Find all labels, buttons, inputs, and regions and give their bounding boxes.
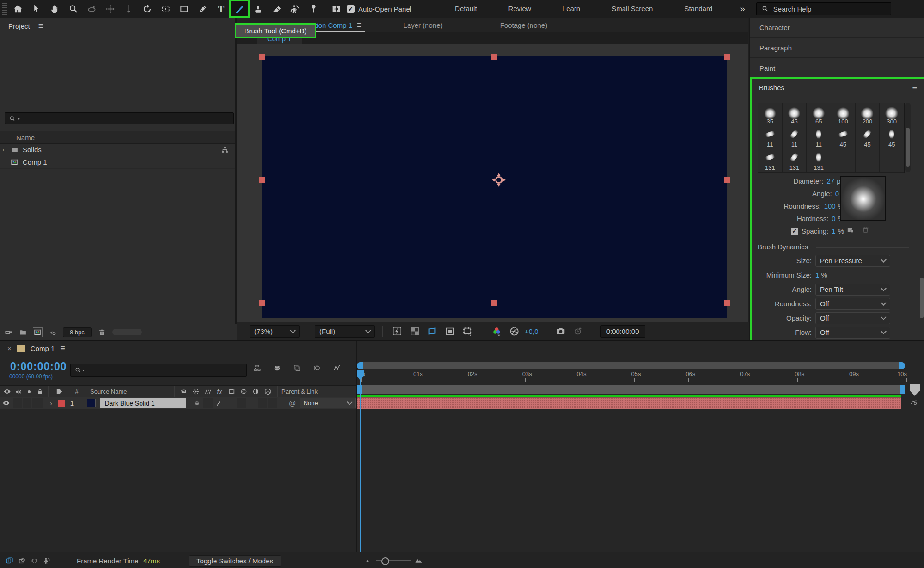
shape-tool[interactable] [175, 1, 193, 17]
composition-tab-menu-icon[interactable]: ≡ [357, 20, 362, 30]
panel-layout-icon[interactable] [329, 3, 343, 15]
layer-label-swatch[interactable] [58, 400, 65, 407]
project-columns-header[interactable]: Name [0, 131, 235, 144]
property-value[interactable]: 27 [826, 177, 834, 185]
camera-tool[interactable] [156, 1, 175, 17]
new-composition-icon[interactable] [33, 328, 42, 337]
anchor-point-icon[interactable] [491, 172, 507, 188]
layer-lock-toggle[interactable] [32, 398, 42, 408]
expand-render-time-icon[interactable] [43, 557, 51, 565]
auto-open-checkbox[interactable]: ✓ [347, 5, 355, 13]
handle-mid-right[interactable] [724, 177, 730, 183]
effects-column-icon[interactable]: fx [214, 386, 226, 397]
work-area-bar[interactable] [357, 385, 905, 394]
motion-blur-icon[interactable] [313, 364, 321, 372]
viewer-timecode[interactable]: 0:00:00:00 [600, 325, 645, 338]
handle-bottom-center[interactable] [491, 300, 497, 306]
workspace-overflow-button[interactable]: » [740, 4, 744, 14]
panel-header-character[interactable]: Character [750, 18, 924, 38]
brush-preset-100[interactable]: 100 [831, 103, 856, 126]
interpret-footage-icon[interactable] [5, 328, 12, 336]
brush-preset-45[interactable]: 45 [856, 126, 880, 149]
dolly-camera-tool[interactable] [119, 1, 138, 17]
brush-preset-11[interactable]: 11 [807, 126, 831, 149]
work-area-start-handle[interactable] [357, 385, 362, 394]
trash-icon[interactable] [98, 328, 106, 336]
comp-marker-bin[interactable] [910, 384, 920, 396]
brush-preset-45[interactable]: 45 [783, 103, 807, 126]
shy-layers-icon[interactable] [273, 364, 281, 372]
layer-fx-toggle[interactable] [237, 398, 246, 408]
brushes-menu-icon[interactable]: ≡ [912, 83, 917, 93]
transparency-grid-icon[interactable] [408, 325, 422, 337]
bit-depth-button[interactable]: 8 bpc [63, 327, 92, 337]
dynamics-dropdown[interactable]: Off [815, 327, 890, 339]
expand-transfer-controls-icon[interactable] [18, 557, 26, 565]
mini-flowchart-icon[interactable] [253, 364, 261, 372]
layer-row[interactable]: › 1 Dark Blue Solid 1 @ None [0, 397, 356, 409]
property-value[interactable]: 100 [824, 202, 836, 210]
layer-graph-icon[interactable] [910, 398, 918, 406]
timeline-zoom-slider[interactable] [376, 560, 411, 561]
handle-top-right[interactable] [724, 54, 730, 60]
timeline-zoom-knob[interactable] [381, 557, 389, 565]
workspace-review[interactable]: Review [493, 0, 547, 18]
search-help-input[interactable]: Search Help [756, 2, 891, 15]
rotation-tool[interactable] [138, 1, 156, 17]
brush-preset-131[interactable]: 131 [807, 149, 831, 173]
motion-blur-column-icon[interactable] [238, 386, 250, 397]
handle-top-center[interactable] [491, 54, 497, 60]
dynamics-value[interactable]: 1 % [815, 271, 827, 279]
quality-icon[interactable] [202, 386, 214, 397]
brush-preset-131[interactable]: 131 [783, 149, 807, 173]
toolbar-grip[interactable] [1, 2, 8, 16]
brush-preset-11[interactable]: 11 [783, 126, 807, 149]
work-area-end-handle[interactable] [900, 385, 905, 394]
layer-collapse-toggle[interactable] [203, 398, 212, 408]
brush-preset-35[interactable]: 35 [758, 103, 783, 126]
source-name-column-header[interactable]: Source Name [90, 388, 171, 395]
layer-duration-bar[interactable] [357, 397, 901, 409]
new-brush-icon[interactable] [846, 226, 854, 234]
masks-toggle-icon[interactable] [443, 325, 457, 337]
handle-mid-left[interactable] [259, 177, 265, 183]
navigator-right-handle[interactable] [899, 362, 905, 369]
timeline-menu-icon[interactable]: ≡ [60, 344, 65, 353]
pan-camera-tool[interactable] [101, 1, 119, 17]
timeline-search-input[interactable] [70, 364, 247, 377]
region-of-interest-icon[interactable] [425, 325, 439, 337]
roto-brush-tool[interactable] [286, 1, 304, 17]
layer-shy-toggle[interactable] [191, 397, 203, 409]
frame-blending-icon[interactable] [293, 364, 301, 372]
layer-name[interactable]: Dark Blue Solid 1 [100, 398, 186, 408]
dynamics-dropdown[interactable]: Off [815, 298, 890, 310]
toggle-switches-modes-button[interactable]: Toggle Switches / Modes [189, 555, 281, 567]
zoom-in-mountain-icon[interactable] [415, 557, 422, 565]
auto-open-panel-toggle[interactable]: ✓ Auto-Open Panel [347, 5, 411, 13]
layer-video-eye-icon[interactable] [0, 397, 12, 409]
orbit-camera-tool[interactable] [82, 1, 101, 17]
dynamics-dropdown[interactable]: Pen Pressure [815, 255, 890, 267]
project-search-input[interactable] [5, 112, 234, 124]
parent-link-column-header[interactable]: Parent & Link [281, 388, 318, 395]
brushes-panel-scrollbar[interactable] [920, 278, 924, 318]
exposure-icon[interactable] [507, 325, 521, 337]
layer-solid-swatch[interactable] [87, 399, 96, 407]
brush-preset-65[interactable]: 65 [807, 103, 831, 126]
solo-column-icon[interactable] [24, 386, 34, 397]
snapshot-camera-icon[interactable] [554, 325, 568, 337]
project-menu-icon[interactable]: ≡ [38, 21, 43, 31]
timeline-tab[interactable]: × Comp 1 ≡ [0, 341, 65, 356]
adjustment-layer-column-icon[interactable] [250, 386, 262, 397]
new-folder-icon[interactable] [19, 328, 27, 336]
navigator-left-handle[interactable] [357, 362, 363, 369]
tab-layer[interactable]: Layer (none) [397, 18, 449, 32]
expand-in-out-icon[interactable] [31, 557, 38, 565]
project-item-comp-1[interactable]: Comp 1 [0, 156, 235, 169]
workspace-small-screen[interactable]: Small Screen [596, 0, 668, 18]
brush-preset-45[interactable]: 45 [831, 126, 856, 149]
handle-bottom-left[interactable] [259, 300, 265, 306]
property-value[interactable]: 0 [832, 215, 835, 222]
time-navigator-bar[interactable] [357, 362, 905, 369]
shy-switch-icon[interactable] [177, 386, 190, 397]
